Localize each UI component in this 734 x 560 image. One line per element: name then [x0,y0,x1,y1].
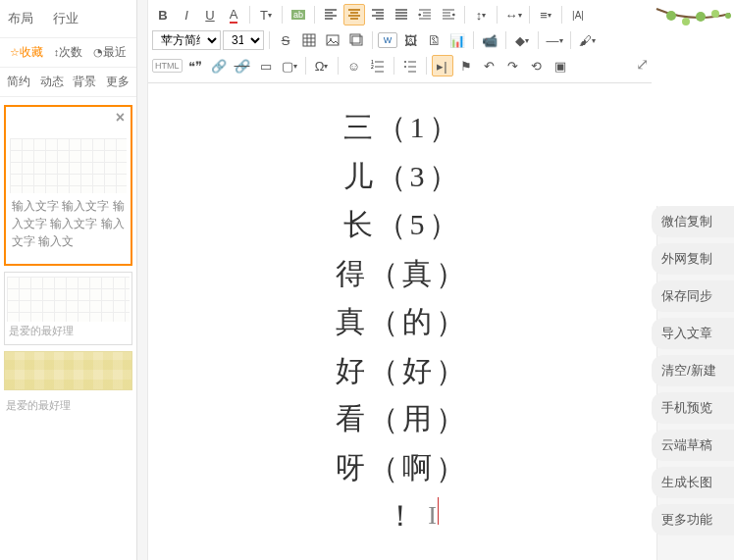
layout-button[interactable]: ▭ [255,55,277,76]
ordered-list-button[interactable]: 12 [367,55,389,76]
html-source-button[interactable]: HTML [152,59,183,73]
menu-more-functions[interactable]: 更多功能 [652,504,734,535]
template-thumb [10,138,127,193]
vertical-text-button[interactable]: |A| [567,4,589,25]
history-button[interactable]: ⟲ [526,55,548,76]
bold-button[interactable]: B [152,4,174,25]
highlight-button[interactable]: ab [288,4,309,25]
svg-text:2: 2 [371,64,374,70]
indent-left-button[interactable] [414,4,436,25]
line-button[interactable]: —▾ [544,29,565,51]
picture-button[interactable]: 🖻 [423,29,445,51]
link-button[interactable]: 🔗 [208,55,230,76]
menu-cloud-draft[interactable]: 云端草稿 [652,430,734,461]
brush-button[interactable]: 🖌▾ [576,29,598,51]
svg-point-13 [725,13,731,19]
italic-button[interactable]: I [176,4,197,25]
symbol-button[interactable]: Ω▾ [311,55,333,76]
menu-save-sync[interactable]: 保存同步 [652,280,734,312]
word-button[interactable]: W [378,32,397,48]
menu-external-copy[interactable]: 外网复制 [652,243,734,275]
unordered-list-button[interactable] [399,55,421,76]
i-beam-icon: I [428,495,441,537]
menu-import-article[interactable]: 导入文章 [652,318,734,349]
menu-clear-new[interactable]: 清空/新建 [652,355,734,386]
tab-layout[interactable]: 布局 [0,6,41,31]
letter-spacing-button[interactable]: ↔▾ [502,4,524,25]
tab-industry[interactable]: 行业 [45,6,86,31]
menu-wechat-copy[interactable]: 微信复制 [652,206,734,237]
insert-mode-button[interactable]: ▸| [432,55,453,76]
filter-recent[interactable]: ◔最近 [93,44,127,61]
chart-button[interactable]: 📊 [446,29,468,51]
align-center-button[interactable] [343,4,365,25]
doc-line-8: 呀（啊） [158,443,647,492]
font-select[interactable]: 苹方简细 [152,30,221,50]
line-height-button[interactable]: ↕▾ [470,4,492,25]
left-row-filters: ☆收藏 ↕次数 ◔最近 [0,38,136,68]
doc-line-1: 三（1） [158,103,647,152]
svg-point-9 [666,11,676,21]
align-left-button[interactable] [320,4,341,25]
style-more[interactable]: 更多 [106,74,130,90]
left-panel: 布局 行业 ☆收藏 ↕次数 ◔最近 简约 动态 背景 更多 × 输入文字 输入文… [0,0,137,560]
svg-point-10 [682,18,690,25]
left-row-styles: 简约 动态 背景 更多 [0,68,136,97]
emoji-button[interactable]: ☺ [343,55,365,76]
underline-button[interactable]: U [199,4,221,25]
decoration-top [652,0,734,206]
unlink-button[interactable]: 🔗 [232,55,253,76]
template-thumb-2 [7,277,130,322]
filter-favorite[interactable]: ☆收藏 [10,44,43,61]
style-simple[interactable]: 简约 [7,74,30,90]
doc-line-6: 好（好） [158,346,647,395]
toolbar-row-2: 苹方简细 31px S W 🖼 🖻 📊 📹 ◆▾ —▾ 🖌▾ [152,27,653,53]
undo-button[interactable]: ↶ [479,55,500,76]
document-content[interactable]: 三（1） 儿（3） 长（5） 得（真） 真（的） 好（好） 看（用） 呀（啊） … [148,83,656,560]
template-card-2[interactable]: 是爱的最好理 [4,272,132,345]
svg-rect-1 [327,35,339,45]
margin-button[interactable]: ≡▾ [535,4,556,25]
gallery-button[interactable] [345,29,367,51]
toolbar: B I U A T▾ ab ↕▾ ↔▾ ≡▾ |A| [148,0,656,83]
template-card-selected[interactable]: × 输入文字 输入文字 输入文字 输入文字 输入文字 输入文 [4,105,132,266]
image-button[interactable] [322,29,343,51]
doc-line-9: ！ I [386,491,419,540]
template-label-2: 是爱的最好理 [7,322,130,340]
fullscreen-icon[interactable]: ⤢ [636,55,649,74]
flag-button[interactable]: ⚑ [455,55,477,76]
style-dynamic[interactable]: 动态 [40,74,64,90]
editor-area: B I U A T▾ ab ↕▾ ↔▾ ≡▾ |A| [147,0,657,560]
doc-line-4: 得（真） [158,249,647,298]
template-card-3[interactable] [4,351,132,390]
template-placeholder-text: 输入文字 输入文字 输入文字 输入文字 输入文字 输入文 [10,193,127,254]
star-icon: ☆ [10,46,20,58]
filter-count[interactable]: ↕次数 [54,44,83,61]
quote-button[interactable]: ❝❞ [184,55,206,76]
layer-button[interactable]: ▢▾ [279,55,300,76]
svg-rect-0 [303,34,315,46]
align-justify-button[interactable] [391,4,412,25]
branch-icon [652,4,734,61]
box-button[interactable]: ▣ [550,55,571,76]
align-right-button[interactable] [367,4,389,25]
strikethrough-button[interactable]: S [275,29,296,51]
font-button[interactable]: T▾ [255,4,277,25]
menu-mobile-preview[interactable]: 手机预览 [652,392,734,424]
style-bg[interactable]: 背景 [73,74,96,90]
close-icon[interactable]: × [116,109,125,127]
toolbar-row-3: HTML ❝❞ 🔗 🔗 ▭ ▢▾ Ω▾ ☺ 12 ▸| ⚑ ↶ ↷ ⟲ ▣ [152,53,653,78]
indent-right-button[interactable] [438,4,459,25]
table-button[interactable] [298,29,320,51]
image2-button[interactable]: 🖼 [399,29,421,51]
font-size-select[interactable]: 31px [223,30,264,50]
toolbar-row-1: B I U A T▾ ab ↕▾ ↔▾ ≡▾ |A| [152,2,653,27]
doc-line-7: 看（用） [158,394,647,443]
redo-button[interactable]: ↷ [502,55,524,76]
text-color-button[interactable]: A [223,4,244,25]
shape-button[interactable]: ◆▾ [511,29,533,51]
svg-point-7 [404,61,406,63]
doc-line-2: 儿（3） [158,152,647,201]
video-button[interactable]: 📹 [479,29,500,51]
menu-generate-longimg[interactable]: 生成长图 [652,467,734,498]
